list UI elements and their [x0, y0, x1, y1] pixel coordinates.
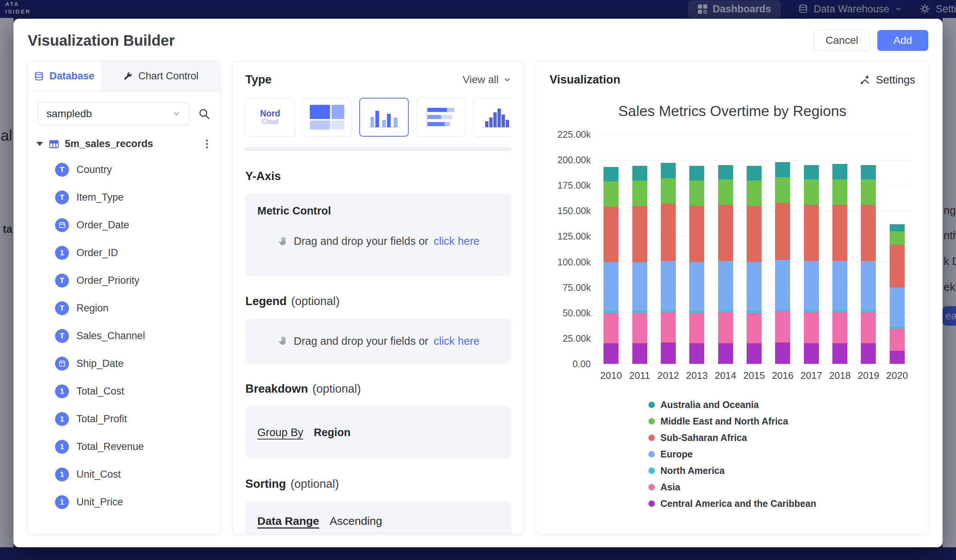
- number-field-icon: 1: [55, 384, 69, 398]
- field-label: Country: [76, 164, 112, 176]
- stacked-bar-2017: [804, 165, 819, 364]
- add-button[interactable]: Add: [877, 30, 928, 51]
- field-row-total_profit[interactable]: 1Total_Profit: [27, 405, 221, 433]
- y-tick-label: 100.00k: [557, 256, 591, 267]
- bar-segment: [747, 313, 762, 344]
- number-field-icon: 1: [55, 246, 69, 260]
- visualization-builder-modal: Visualization Builder Cancel Add Databas…: [14, 19, 942, 547]
- metric-control-dropzone[interactable]: Metric Control Drag and drop your fields…: [245, 193, 511, 276]
- drop-text: Drag and drop your fields or: [294, 335, 428, 347]
- field-row-country[interactable]: TCountry: [27, 156, 221, 184]
- field-row-order_priority[interactable]: TOrder_Priority: [27, 267, 221, 294]
- field-label: Order_Priority: [76, 275, 139, 286]
- bar-segment: [861, 312, 876, 343]
- field-row-total_revenue[interactable]: 1Total_Revenue: [27, 433, 221, 460]
- datasource-row: sampledb: [27, 92, 221, 132]
- bar-segment: [861, 261, 876, 310]
- database-panel: Database Chart Control sampledb: [27, 61, 221, 535]
- chart-title: Sales Metrics Overtime by Regions: [550, 103, 915, 119]
- tools-icon: [859, 74, 871, 85]
- legend-label: Sub-Saharan Africa: [660, 432, 747, 443]
- tab-database[interactable]: Database: [27, 61, 101, 91]
- field-row-unit_price[interactable]: 1Unit_Price: [27, 488, 221, 516]
- bar-segment: [604, 313, 618, 344]
- search-icon[interactable]: [197, 107, 211, 121]
- field-row-order_date[interactable]: Order_Date: [27, 211, 221, 239]
- click-here-link[interactable]: click here: [433, 335, 480, 347]
- bar-segment: [661, 342, 676, 364]
- chart-legend: Australia and OceaniaMiddle East and Nor…: [648, 399, 816, 509]
- field-row-ship_date[interactable]: Ship_Date: [27, 350, 221, 377]
- bar-segment: [689, 343, 704, 364]
- datasource-select[interactable]: sampledb: [38, 102, 189, 125]
- x-tick-label: 2015: [740, 370, 768, 381]
- chart-type-column[interactable]: [359, 98, 409, 136]
- bar-segment: [661, 163, 676, 178]
- legend-dot: [648, 484, 655, 490]
- cancel-button[interactable]: Cancel: [814, 30, 870, 51]
- field-label: Total_Profit: [76, 413, 127, 425]
- bar-segment: [661, 261, 676, 310]
- bar-segment: [718, 343, 733, 364]
- field-row-order_id[interactable]: 1Order_ID: [27, 239, 221, 267]
- tab-chart-control[interactable]: Chart Control: [101, 61, 221, 91]
- chart-type-scrollbar[interactable]: [245, 147, 511, 151]
- legend-item: Middle East and North Africa: [648, 416, 816, 427]
- legend-label: Asia: [660, 482, 680, 493]
- chart-type-word-cloud[interactable]: Nord Cloud: [245, 98, 295, 136]
- stacked-bar-2018: [832, 164, 848, 364]
- bar-segment: [747, 343, 762, 364]
- field-row-unit_cost[interactable]: 1Unit_Cost: [27, 460, 221, 488]
- chart-type-histogram[interactable]: [473, 98, 511, 136]
- text-field-icon: T: [55, 301, 69, 315]
- field-label: Unit_Cost: [76, 469, 121, 480]
- screen: ATA ISIDER Dashboards Data Warehouse Set…: [0, 0, 956, 560]
- sort-field-label[interactable]: Data Range: [257, 515, 319, 527]
- visualization-header: Visualization Settings: [550, 73, 915, 86]
- stacked-bar-2016: [775, 162, 790, 364]
- bar-segment: [718, 165, 733, 179]
- table-name: 5m_sales_records: [65, 138, 153, 150]
- field-label: Region: [76, 303, 108, 314]
- sorting-dropzone[interactable]: Data Range Ascending: [245, 501, 511, 535]
- chart-type-treemap[interactable]: [302, 98, 352, 136]
- legend-dropzone[interactable]: Drag and drop your fields or click here: [245, 318, 511, 364]
- datasource-value: sampledb: [46, 108, 92, 120]
- bar-segment: [689, 313, 704, 344]
- group-by-label[interactable]: Group By: [257, 427, 303, 439]
- view-all-button[interactable]: View all: [463, 74, 511, 86]
- field-label: Ship_Date: [76, 358, 124, 369]
- stacked-bar-2014: [718, 165, 733, 364]
- legend-dot: [648, 402, 655, 408]
- modal-title: Visualization Builder: [28, 32, 175, 49]
- chart-type-stacked-bar[interactable]: [416, 98, 465, 136]
- table-row[interactable]: 5m_sales_records: [27, 132, 221, 154]
- text-field-icon: T: [55, 329, 69, 343]
- kebab-menu-icon[interactable]: [203, 138, 211, 150]
- breakdown-heading-label: Breakdown: [245, 382, 308, 396]
- field-row-total_cost[interactable]: 1Total_Cost: [27, 377, 221, 405]
- expand-caret-icon[interactable]: [36, 142, 43, 146]
- bar-segment: [832, 312, 848, 343]
- bar-segment: [689, 180, 704, 206]
- bar-segment: [718, 179, 733, 205]
- settings-button[interactable]: Settings: [859, 74, 915, 86]
- field-label: Order_ID: [76, 247, 118, 259]
- tab-database-label: Database: [49, 71, 94, 82]
- bar-segment: [775, 260, 790, 309]
- field-row-region[interactable]: TRegion: [27, 294, 221, 322]
- field-row-item_type[interactable]: TItem_Type: [27, 184, 221, 211]
- bar-segment: [890, 351, 905, 364]
- sort-direction-value: Ascending: [330, 515, 382, 527]
- breakdown-dropzone[interactable]: Group By Region: [245, 406, 511, 458]
- field-label: Sales_Channel: [76, 330, 145, 342]
- click-here-link[interactable]: click here: [433, 235, 480, 248]
- field-row-sales_channel[interactable]: TSales_Channel: [27, 322, 221, 350]
- chart-area: 225.00k200.00k175.00k150.00k125.00k100.0…: [550, 134, 915, 364]
- word-cloud-word-1: Nord: [260, 109, 280, 118]
- legend-item: Asia: [648, 482, 816, 493]
- bar-segment: [718, 312, 733, 343]
- bar-segment: [632, 313, 647, 344]
- bar-segment: [632, 262, 647, 311]
- bar-segment: [804, 165, 819, 179]
